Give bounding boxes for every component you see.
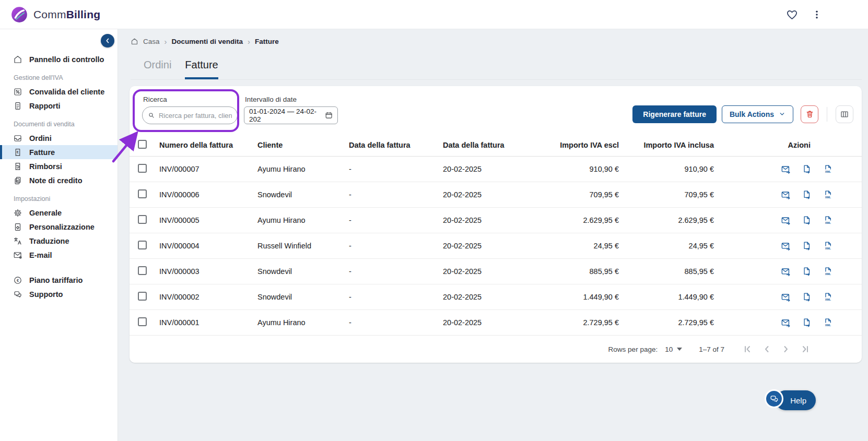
delete-button[interactable] (801, 105, 818, 123)
breadcrumb: Casa › Documenti di vendita › Fatture (118, 29, 868, 46)
export-document-icon (802, 164, 812, 174)
export-document-icon (802, 216, 812, 225)
row-checkbox[interactable] (138, 292, 147, 301)
rows-per-page-select[interactable]: 10 (665, 345, 682, 353)
pagination-bar: Rows per page: 10 1–7 of 7 (130, 336, 862, 363)
regenerate-invoices-button[interactable]: Rigenerare fatture (632, 105, 717, 123)
sidebar-item-reports[interactable]: Rapporti (0, 99, 118, 113)
sidebar-item-customization[interactable]: Personalizzazione (0, 220, 118, 234)
sidebar-item-translation[interactable]: Traduzione (0, 234, 118, 248)
sidebar-item-orders[interactable]: Ordini (0, 131, 118, 145)
sidebar-item-label: Note di credito (29, 176, 83, 185)
pagination-controls (742, 344, 811, 354)
sidebar-item-label: E-mail (29, 251, 52, 259)
send-email-button[interactable] (781, 292, 791, 302)
export-xml-button[interactable]: XML (823, 216, 832, 225)
first-page-button[interactable] (742, 344, 753, 354)
export-document-button[interactable] (802, 318, 812, 327)
export-document-button[interactable] (802, 292, 812, 302)
export-document-button[interactable] (802, 164, 812, 174)
export-document-button[interactable] (802, 190, 812, 199)
export-xml-button[interactable]: XML (823, 164, 832, 174)
export-xml-button[interactable]: XML (823, 318, 832, 327)
client-cell: Snowdevil (257, 293, 349, 301)
bulk-actions-button[interactable]: Bulk Actions (722, 105, 793, 123)
favorites-button[interactable] (786, 9, 798, 21)
header-actions: Azioni (718, 141, 853, 149)
invoice-number-cell: INV/000005 (159, 216, 257, 224)
amount-incl-cell: 709,95 € (623, 190, 718, 199)
document-icon (13, 101, 22, 111)
header-invoice-date-2: Data della fattura (443, 141, 537, 149)
send-email-button[interactable] (781, 216, 791, 225)
export-xml-icon: XML (823, 164, 832, 174)
sidebar-item-invoices[interactable]: € Fatture (0, 145, 118, 159)
export-document-button[interactable] (802, 241, 812, 251)
select-all-checkbox[interactable] (138, 140, 147, 149)
table-row: INV/000006 Snowdevil - 20-02-2025 709,95… (130, 182, 862, 208)
send-email-button[interactable] (781, 190, 791, 200)
row-checkbox[interactable] (138, 317, 147, 326)
search-box[interactable] (142, 106, 238, 124)
date-range-input[interactable]: 01-01-2024 — 24-02-202 (244, 106, 338, 124)
sidebar-item-email[interactable]: E-mail (0, 248, 118, 262)
amount-incl-cell: 2.629,95 € (623, 216, 718, 224)
more-menu-button[interactable] (812, 9, 822, 20)
brand-logo-icon (10, 6, 28, 23)
export-document-button[interactable] (802, 267, 812, 276)
row-checkbox[interactable] (138, 164, 147, 173)
export-xml-button[interactable]: XML (823, 267, 832, 276)
search-label: Ricerca (142, 96, 238, 103)
credit-note-icon (13, 176, 22, 185)
export-xml-button[interactable]: XML (823, 292, 832, 302)
last-page-button[interactable] (800, 344, 811, 354)
table-body: INV/000007 Ayumu Hirano - 20-02-2025 910… (130, 157, 862, 336)
export-xml-icon: XML (823, 267, 832, 276)
amount-incl-cell: 2.729,95 € (623, 318, 718, 327)
amount-excl-cell: 2.729,95 € (537, 318, 623, 327)
tab-orders[interactable]: Ordini (144, 59, 171, 79)
send-email-button[interactable] (781, 164, 791, 174)
brand-name: CommBilling (33, 8, 100, 21)
export-xml-button[interactable]: XML (823, 241, 832, 251)
table-row: INV/000004 Russell Winfield - 20-02-2025… (130, 233, 862, 259)
row-checkbox[interactable] (138, 215, 147, 224)
send-email-icon (781, 216, 791, 225)
bulk-actions-label: Bulk Actions (730, 110, 774, 118)
help-label: Help (790, 396, 806, 405)
send-email-button[interactable] (781, 318, 791, 328)
export-document-button[interactable] (802, 216, 812, 225)
row-checkbox[interactable] (138, 266, 147, 275)
sidebar-item-refunds[interactable]: Rimborsi (0, 159, 118, 173)
header-amount-incl: Importo IVA inclusa (623, 141, 718, 149)
pagination-range: 1–7 of 7 (699, 345, 724, 353)
export-document-icon (802, 292, 812, 302)
search-input[interactable] (159, 112, 232, 120)
next-page-button[interactable] (781, 344, 791, 354)
heart-icon (786, 9, 798, 21)
export-xml-button[interactable]: XML (823, 190, 832, 199)
row-checkbox[interactable] (138, 189, 147, 198)
export-xml-icon: XML (823, 241, 832, 251)
sidebar-item-support[interactable]: Supporto (0, 287, 118, 301)
app-screen: CommBilling Pannello di con (0, 0, 868, 441)
breadcrumb-home[interactable]: Casa (143, 38, 160, 45)
tab-invoices[interactable]: Fatture (185, 59, 218, 79)
toolbar-divider (827, 107, 827, 122)
sidebar-item-label: Piano tariffario (29, 276, 83, 284)
help-button[interactable]: Help (776, 390, 816, 410)
row-checkbox[interactable] (138, 241, 147, 249)
breadcrumb-sales-documents[interactable]: Documenti di vendita (172, 38, 243, 45)
sidebar-item-customer-validation[interactable]: Convalida del cliente (0, 85, 118, 99)
chevron-right-icon: › (248, 37, 250, 46)
sidebar-item-pricing-plan[interactable]: € Piano tariffario (0, 273, 118, 287)
column-settings-button[interactable] (836, 105, 853, 123)
chevron-left-icon (103, 37, 112, 45)
sidebar-item-general[interactable]: Generale (0, 206, 118, 220)
previous-page-button[interactable] (761, 344, 772, 354)
sidebar-item-dashboard[interactable]: Pannello di controllo (0, 52, 118, 66)
send-email-button[interactable] (781, 241, 791, 251)
sidebar-collapse-button[interactable] (101, 34, 114, 47)
sidebar-item-credit-notes[interactable]: Note di credito (0, 173, 118, 187)
send-email-button[interactable] (781, 267, 791, 277)
